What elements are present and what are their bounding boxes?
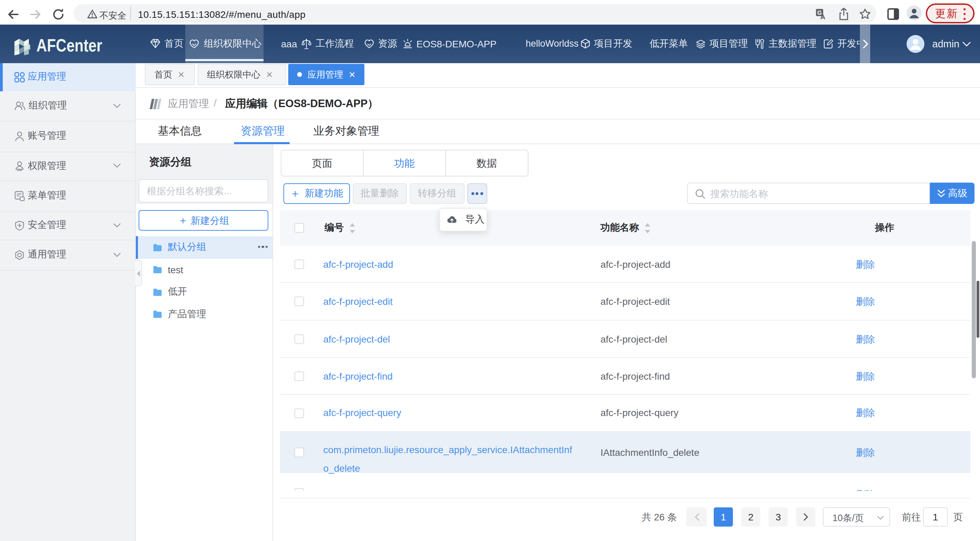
svg-text:G: G: [817, 10, 822, 16]
